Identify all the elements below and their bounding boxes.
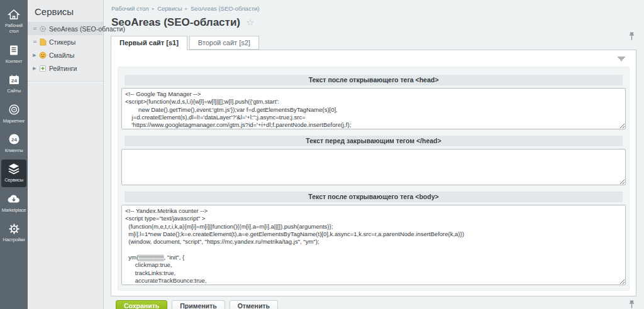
save-button[interactable]: Сохранить <box>116 300 167 309</box>
apply-button[interactable]: Применить <box>172 300 225 309</box>
smiley-icon <box>39 52 47 59</box>
clients-24-icon: 24 <box>8 133 20 146</box>
section-header-after-head: Текст после открывающего тега <head> <box>125 75 623 85</box>
drag-handle-icon <box>31 41 38 43</box>
breadcrumb-link-seoareas[interactable]: SeoAreas (SEO-области) <box>191 5 259 12</box>
seo-gear-icon <box>39 25 47 33</box>
rating-icon <box>39 65 47 72</box>
breadcrumb-link-services[interactable]: Сервисы <box>157 5 182 12</box>
main-content: Рабочий стол▸Сервисы▸SeoAreas (SEO-облас… <box>104 0 644 309</box>
textarea-after-head-open[interactable]: <!-- Google Tag Manager --> <script>(fun… <box>121 88 626 129</box>
textarea-after-body-open[interactable]: <!-- Yandex.Metrika counter --> <script … <box>121 205 626 285</box>
tab-content-panel: Текст после открывающего тега <head> <!-… <box>111 50 636 296</box>
sidebar-item-label: Рабочий стол <box>2 23 26 35</box>
secondary-item-label: Смайлы <box>49 52 74 59</box>
gear-icon <box>8 222 20 235</box>
pin-icon[interactable] <box>628 300 635 309</box>
sidebar-divider <box>28 81 103 82</box>
breadcrumb-link-desktop[interactable]: Рабочий стол <box>111 5 149 12</box>
primary-sidebar: Рабочий стол Контент 24 Сайты Маркетинг … <box>0 0 28 309</box>
calendar-24-icon: 24 <box>8 73 20 86</box>
breadcrumb: Рабочий стол▸Сервисы▸SeoAreas (SEO-облас… <box>111 5 636 12</box>
home-icon <box>8 8 20 21</box>
sidebar-item-content[interactable]: Контент <box>1 41 26 68</box>
secondary-item-smiles[interactable]: ▶ Смайлы <box>28 48 103 62</box>
sticker-icon <box>39 38 47 46</box>
secondary-item-label: Стикеры <box>49 38 75 46</box>
tab-first-site[interactable]: Первый сайт [s1] <box>111 36 187 50</box>
tab-bar: Первый сайт [s1] Второй сайт [s2] <box>111 36 636 50</box>
secondary-sidebar-title: Сервисы <box>28 0 103 22</box>
favorite-star-icon[interactable]: ☆ <box>246 17 254 28</box>
layers-icon <box>8 163 20 175</box>
secondary-item-seoareas[interactable]: SeoAreas (SEO-области) <box>28 22 103 35</box>
textarea-before-head-close[interactable] <box>121 149 626 185</box>
section-header-before-head-close: Текст перед закрывающим тегом </head> <box>125 136 623 146</box>
secondary-sidebar: Сервисы SeoAreas (SEO-области) Стикеры ▶… <box>28 0 104 309</box>
sidebar-item-label: Настройки <box>3 237 25 242</box>
sidebar-item-label: Marketplace <box>2 207 26 213</box>
sidebar-item-services[interactable]: Сервисы <box>1 160 26 187</box>
secondary-item-ratings[interactable]: ▶ Рейтинги <box>28 62 103 75</box>
page-title: SeoAreas (SEO-области) <box>111 16 240 29</box>
drag-handle-icon <box>31 28 38 30</box>
sidebar-item-label: Клиенты <box>5 148 23 153</box>
breadcrumb-separator-icon: ▸ <box>152 6 155 11</box>
secondary-item-label: Рейтинги <box>49 65 77 72</box>
svg-text:24: 24 <box>11 137 17 143</box>
sidebar-item-marketing[interactable]: Маркетинг <box>1 100 26 127</box>
secondary-item-stickers[interactable]: Стикеры <box>28 35 103 48</box>
tab-second-site[interactable]: Второй сайт [s2] <box>189 36 259 50</box>
cloud-download-icon <box>8 193 20 205</box>
collapse-panel-icon[interactable] <box>617 57 626 62</box>
sidebar-item-label: Контент <box>6 58 22 64</box>
footer-action-bar: Сохранить Применить Отменить <box>111 296 636 309</box>
section-header-after-body: Текст после открывающего тега <body> <box>125 192 623 202</box>
sidebar-item-settings[interactable]: Настройки <box>1 219 26 246</box>
sidebar-item-label: Маркетинг <box>3 118 25 124</box>
cancel-button[interactable]: Отменить <box>230 300 278 309</box>
sidebar-item-label: Сервисы <box>4 177 23 183</box>
sidebar-item-marketplace[interactable]: Marketplace <box>1 190 26 217</box>
sidebar-item-dashboard[interactable]: Рабочий стол <box>1 5 26 38</box>
expand-arrow-icon[interactable]: ▶ <box>31 66 38 71</box>
target-icon <box>8 104 20 116</box>
expand-arrow-icon[interactable]: ▶ <box>31 53 38 58</box>
sidebar-item-label: Сайты <box>7 88 21 94</box>
sidebar-item-clients[interactable]: 24 Клиенты <box>1 130 26 157</box>
svg-text:24: 24 <box>11 78 17 84</box>
sidebar-item-sites[interactable]: 24 Сайты <box>1 70 26 97</box>
breadcrumb-separator-icon: ▸ <box>186 6 188 11</box>
seo-form-area: Текст после открывающего тега <head> <!-… <box>118 67 630 291</box>
document-icon <box>9 44 19 57</box>
